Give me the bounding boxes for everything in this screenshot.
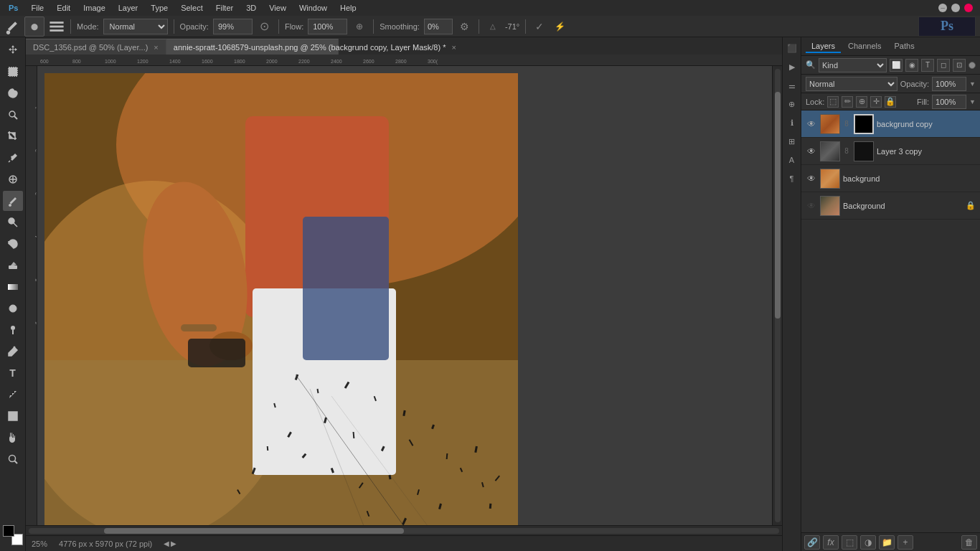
layer-visibility-layer3-copy[interactable]: 👁 [806, 146, 817, 157]
path-select-btn[interactable] [3, 385, 23, 405]
airbrush-toggle[interactable]: ⊙ [257, 19, 273, 34]
strip-btn-6[interactable]: ⊞ [784, 133, 800, 149]
filter-adjust-btn[interactable]: ◉ [905, 59, 918, 72]
type-tool-btn[interactable]: T [3, 363, 23, 383]
tab-0-close[interactable]: × [154, 43, 158, 52]
zoom-btn[interactable] [3, 449, 23, 469]
strip-btn-7[interactable]: A [784, 152, 800, 168]
add-mask-btn[interactable]: ⬚ [842, 535, 857, 550]
smoothing-input[interactable] [424, 19, 453, 34]
lock-artboard-btn[interactable]: ⊕ [856, 96, 867, 108]
opacity-input[interactable] [213, 19, 253, 34]
move-tool-btn[interactable] [3, 40, 23, 60]
blur-btn[interactable] [3, 298, 23, 319]
menu-type[interactable]: Type [145, 2, 174, 14]
layer-row-backgrund[interactable]: 👁 backgrund [801, 165, 980, 192]
brush-pressure-icon[interactable]: ✓ [532, 19, 547, 34]
pen-tool-btn[interactable] [3, 342, 23, 362]
filter-type-btn[interactable]: T [921, 59, 934, 72]
symmetry-icon[interactable]: ⚡ [552, 19, 567, 34]
strip-btn-5[interactable]: ℹ [784, 115, 800, 131]
canvas-image[interactable] [44, 73, 518, 525]
group-btn[interactable]: 📁 [879, 535, 895, 550]
strip-btn-8[interactable]: ¶ [784, 171, 800, 187]
layer-visibility-backgrund-copy[interactable]: 👁 [806, 118, 817, 130]
new-layer-btn[interactable]: + [897, 535, 913, 550]
menu-3d[interactable]: 3D [240, 2, 262, 14]
fill-down-icon[interactable]: ▼ [969, 98, 976, 105]
canvas-content[interactable] [37, 66, 772, 525]
menu-layer[interactable]: Layer [113, 2, 144, 14]
strip-btn-1[interactable]: ⬛ [784, 40, 800, 56]
quick-select-btn[interactable] [3, 105, 23, 125]
layer-visibility-backgrund[interactable]: 👁 [806, 173, 817, 184]
brush-tool-btn[interactable] [3, 191, 23, 211]
layer-row-backgrund-copy[interactable]: 👁 8 backgrund copy [801, 110, 980, 138]
adjustment-btn[interactable]: ◑ [860, 535, 876, 550]
fill-input[interactable] [932, 95, 966, 109]
layer-row-background[interactable]: 👁 Background 🔒 [801, 192, 980, 220]
history-brush-btn[interactable] [3, 234, 23, 254]
menu-filter[interactable]: Filter [210, 2, 239, 14]
color-boxes[interactable] [3, 525, 23, 545]
minimize-button[interactable]: ─ [938, 4, 947, 12]
eraser-btn[interactable] [3, 255, 23, 276]
crop-tool-btn[interactable] [3, 126, 23, 146]
menu-ps[interactable]: Ps [3, 2, 24, 14]
lock-transparent-btn[interactable]: ⬚ [827, 96, 839, 108]
horizontal-scrollbar[interactable] [26, 525, 782, 535]
nav-prev[interactable]: ◀ [164, 540, 169, 547]
vertical-scrollbar[interactable] [772, 66, 782, 525]
lasso-tool-btn[interactable] [3, 83, 23, 103]
menu-help[interactable]: Help [334, 2, 362, 14]
strip-btn-3[interactable]: ⚌ [784, 77, 800, 93]
filter-smart-btn[interactable]: ⊡ [953, 59, 966, 72]
menu-edit[interactable]: Edit [51, 2, 76, 14]
dodge-btn[interactable] [3, 320, 23, 340]
rectangular-marquee-btn[interactable] [3, 62, 23, 82]
menu-select[interactable]: Select [175, 2, 209, 14]
tab-channels[interactable]: Channels [842, 40, 887, 53]
layer-visibility-background[interactable]: 👁 [806, 200, 817, 212]
flow-input[interactable] [308, 19, 347, 34]
tab-paths[interactable]: Paths [889, 40, 920, 53]
nav-next[interactable]: ▶ [171, 540, 176, 547]
filter-shape-btn[interactable]: ◻ [937, 59, 950, 72]
brush-preset-icon[interactable]: ⬤ [24, 17, 44, 37]
tab-1[interactable]: annie-spratt-1068579-unsplash.png @ 25% … [166, 39, 339, 55]
brush-settings-icon[interactable] [49, 19, 65, 34]
hand-btn[interactable] [3, 428, 23, 448]
filter-active-indicator[interactable] [969, 62, 976, 69]
link-layers-btn[interactable]: 🔗 [804, 535, 820, 550]
strip-btn-2[interactable]: ▶ [784, 59, 800, 75]
opacity-row-input[interactable] [932, 77, 966, 91]
delete-layer-btn[interactable]: 🗑 [961, 535, 977, 550]
menu-view[interactable]: View [263, 2, 292, 14]
tab-1-close[interactable]: × [451, 43, 456, 52]
lock-all-btn[interactable]: 🔒 [885, 96, 896, 108]
menu-file[interactable]: File [25, 2, 50, 14]
tab-layers[interactable]: Layers [806, 40, 841, 53]
shape-btn[interactable] [3, 406, 23, 426]
maximize-button[interactable] [951, 4, 960, 12]
opacity-down-icon[interactable]: ▼ [969, 80, 976, 88]
smoothing-settings-icon[interactable]: ⚙ [457, 19, 473, 34]
mode-select[interactable]: Normal [103, 19, 168, 34]
menu-window[interactable]: Window [293, 2, 333, 14]
lock-move-btn[interactable]: ✛ [870, 96, 882, 108]
strip-btn-4[interactable]: ⊕ [784, 96, 800, 112]
blend-mode-select[interactable]: Normal [806, 77, 897, 91]
lock-paint-btn[interactable]: ✏ [842, 96, 853, 108]
filter-select[interactable]: Kind [819, 58, 887, 72]
tab-0[interactable]: DSC_1356.psd @ 50% (Layer...) × [26, 39, 166, 55]
healing-brush-btn[interactable] [3, 169, 23, 189]
layer-thumb-background [820, 196, 840, 216]
fx-btn[interactable]: fx [823, 535, 839, 550]
gradient-btn[interactable] [3, 277, 23, 297]
menu-image[interactable]: Image [77, 2, 111, 14]
layer-row-layer3-copy[interactable]: 👁 8 Layer 3 copy [801, 138, 980, 165]
close-button[interactable] [964, 4, 973, 12]
filter-pixel-btn[interactable]: ⬜ [890, 59, 903, 72]
eyedropper-btn[interactable] [3, 148, 23, 168]
clone-stamp-btn[interactable] [3, 212, 23, 232]
